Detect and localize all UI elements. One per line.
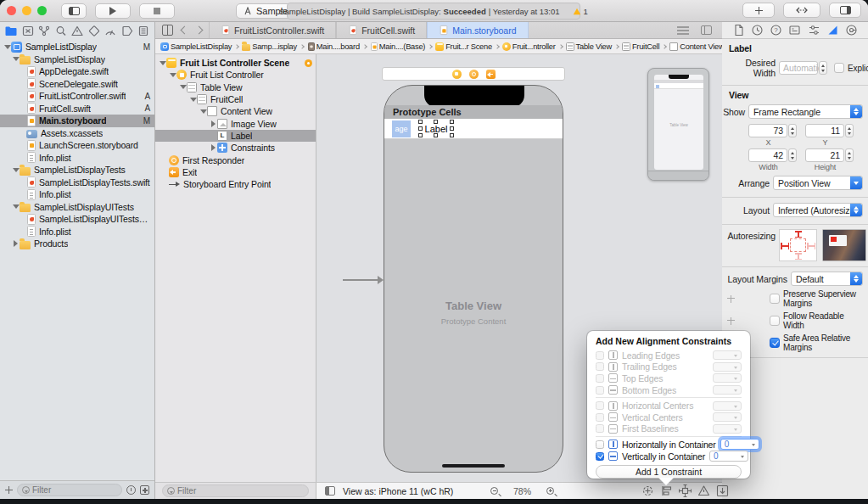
forward-button[interactable] [195,26,204,35]
bottom-edges-checkbox[interactable] [596,386,604,395]
layout-margins-popup[interactable]: Default [791,272,863,286]
navigator-filter-field[interactable] [17,484,122,496]
follow-readable-width-checkbox[interactable] [770,316,780,326]
resolve-autolayout-button[interactable] [697,484,710,497]
outline-entry-point[interactable]: Storyboard Entry Point [155,178,316,190]
outline-fruitcell[interactable]: FruitCell [155,93,316,105]
value-dropdown[interactable] [713,350,742,360]
disclosure-triangle[interactable] [210,120,217,127]
y-field[interactable]: 11 [805,124,844,137]
view-controller-icon[interactable] [452,70,462,79]
zoom-level[interactable]: 78% [513,486,531,496]
disclosure-triangle[interactable] [12,57,20,61]
vertically-in-container-checkbox[interactable] [596,452,604,461]
jumpbar-item[interactable]: Main....(Base) [370,42,425,51]
image-view[interactable]: age [392,120,411,137]
add-constraint-button[interactable]: Add 1 Constraint [596,465,742,479]
outline-content-view[interactable]: Content View [155,105,316,117]
show-popup[interactable]: Frame Rectangle [748,104,863,119]
resize-handle[interactable] [418,126,423,131]
file-inspector-icon[interactable] [732,24,745,36]
outline-table-view[interactable]: Table View [155,81,316,93]
resize-handle[interactable] [434,120,438,124]
tree-item-group[interactable]: Products [0,238,154,250]
width-stepper[interactable] [788,148,797,162]
jumpbar-item[interactable]: Table View [566,42,612,51]
horizontal-centers-checkbox[interactable] [596,401,604,410]
tree-item-file[interactable]: AppDelegate.swift [0,65,154,78]
preserve-superview-margins-checkbox[interactable] [770,294,780,304]
exit-icon[interactable] [486,70,496,79]
height-field[interactable]: 21 [805,148,844,162]
safe-area-relative-margins-checkbox[interactable] [770,338,780,348]
view-as-button[interactable]: View as: iPhone 11 (wC hR) [343,486,453,496]
disclosure-triangle[interactable] [12,168,20,172]
tab-fruitcell[interactable]: FruitCell.swift [336,22,427,38]
report-navigator-icon[interactable] [137,25,149,36]
jumpbar-item[interactable]: Main....board [307,42,360,51]
vertical-centers-checkbox[interactable] [596,413,604,422]
stop-button[interactable] [139,3,175,19]
arrange-pulldown[interactable]: Position View [773,176,863,190]
explicit-checkbox[interactable] [834,63,844,73]
disclosure-triangle[interactable] [179,85,187,89]
width-field[interactable]: 42 [748,148,787,162]
find-navigator-icon[interactable] [55,25,67,36]
disclosure-triangle[interactable] [169,73,176,77]
add-device-variation-button[interactable] [727,317,735,325]
top-edges-checkbox[interactable] [596,374,604,383]
disclosure-triangle[interactable] [159,61,166,65]
autoresizing-widget[interactable] [779,229,817,261]
trailing-edges-checkbox[interactable] [596,362,604,371]
x-stepper[interactable] [788,124,797,137]
zoom-out-button[interactable] [490,487,498,495]
outline-image-view[interactable]: Image View [155,117,316,129]
outline-constraints[interactable]: Constraints [155,142,316,154]
vertical-value-combo[interactable]: 0 [709,451,748,462]
navigator-filter-input[interactable] [32,485,117,495]
tree-item-group[interactable]: SampleListDisplayUITests [0,201,154,214]
issue-navigator-icon[interactable] [71,25,83,36]
disclosure-triangle[interactable] [12,204,20,209]
update-frames-button[interactable] [641,484,654,497]
tree-item-file[interactable]: Assets.xcassets [0,127,154,140]
test-navigator-icon[interactable] [88,25,100,36]
add-file-button[interactable] [5,486,13,494]
resize-handle[interactable] [418,133,423,137]
jumpbar-item[interactable]: Fruit...ntroller [502,42,556,51]
connections-inspector-icon[interactable] [845,24,858,36]
embed-button[interactable] [716,484,729,497]
jumpbar-item[interactable]: FruitCell [622,42,659,51]
breakpoint-navigator-icon[interactable] [121,25,133,36]
selected-label[interactable]: Label [420,121,452,136]
view-controller-canvas[interactable]: Prototype Cells age Label Table View Pr [384,85,563,473]
recent-files-filter-icon[interactable] [126,485,136,495]
size-inspector-icon[interactable] [826,24,839,36]
project-navigator-icon[interactable] [5,25,17,36]
tree-item-file[interactable]: SampleListDisplayTests.swift [0,176,154,189]
tree-item-file[interactable]: Info.plist [0,152,154,165]
horizontal-value-combo[interactable]: 0 [720,439,759,450]
close-window-button[interactable] [7,6,16,15]
outline-label-selected[interactable]: Label [155,130,316,142]
disclosure-triangle[interactable] [210,144,217,151]
y-stepper[interactable] [845,124,854,137]
first-responder-icon[interactable] [469,70,479,79]
library-button[interactable] [742,3,775,18]
tab-main-storyboard[interactable]: Main.storyboard [427,22,528,38]
horizontally-in-container-checkbox[interactable] [596,440,604,449]
desired-width-stepper[interactable] [819,61,827,75]
outline-first-responder[interactable]: First Responder [155,154,316,165]
jumpbar-item[interactable]: Content View [669,42,722,51]
first-baselines-checkbox[interactable] [596,424,604,433]
tree-item-file[interactable]: FruitListController.swiftA [0,90,154,103]
history-inspector-icon[interactable] [751,24,764,36]
value-dropdown[interactable] [713,401,742,411]
minimize-window-button[interactable] [22,6,31,15]
desired-width-field[interactable]: Automatic [779,61,818,75]
tree-item-group[interactable]: SampleListDisplayTests [0,164,154,176]
height-stepper[interactable] [845,148,854,162]
tab-fruitlistcontroller[interactable]: FruitListController.swift [209,22,336,38]
x-field[interactable]: 73 [748,124,787,137]
toggle-navigator-button[interactable] [61,3,87,19]
